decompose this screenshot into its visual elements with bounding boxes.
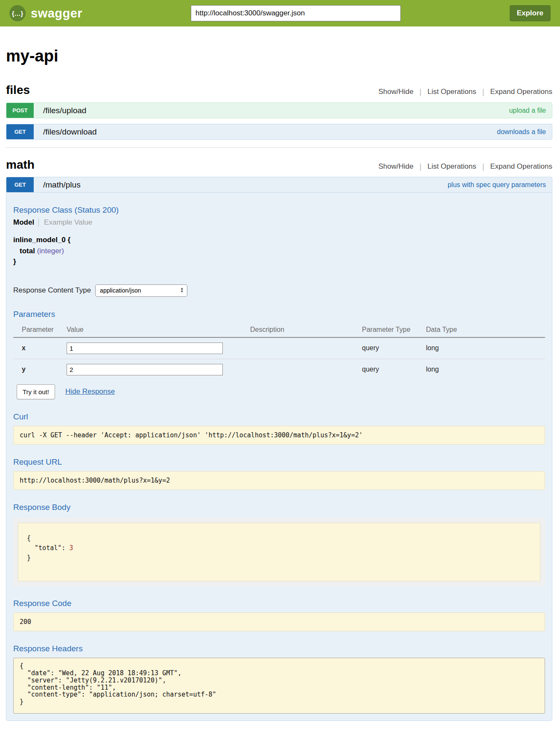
swagger-logo[interactable]: {…} swagger [9, 5, 82, 21]
param-description [250, 337, 362, 359]
show-hide-link[interactable]: Show/Hide [379, 88, 414, 96]
parameters-heading: Parameters [13, 310, 545, 319]
endpoint-row-get-math-plus[interactable]: GET /math/plus plus with spec query para… [6, 177, 552, 193]
page-title: my-api [6, 47, 552, 65]
section-controls-math: Show/Hide | List Operations | Expand Ope… [379, 162, 552, 171]
actions-row: Try it out! Hide Response [13, 384, 545, 399]
param-description [250, 359, 362, 380]
json-number-value: 3 [69, 544, 73, 552]
section-header-files: files Show/Hide | List Operations | Expa… [6, 83, 552, 97]
endpoint-summary-link[interactable]: upload a file [509, 107, 546, 114]
endpoint-row-post-files-upload[interactable]: POST /files/upload upload a file [6, 102, 552, 118]
model-signature: inline_model_0 { total (integer) } [13, 234, 545, 267]
select-arrows-icon: ▲▼ [180, 287, 184, 293]
controls-separator: | [482, 162, 484, 171]
response-content-type-row: Response Content Type application/json ▲… [13, 284, 545, 297]
model-property-type: (integer) [37, 247, 64, 255]
curl-command: curl -X GET --header 'Accept: applicatio… [13, 426, 545, 445]
list-operations-link[interactable]: List Operations [427, 162, 476, 171]
brand-title: swagger [31, 6, 82, 20]
endpoint-path-link[interactable]: /files/download [43, 127, 97, 137]
param-x-input[interactable] [67, 343, 223, 354]
section-title-files: files [6, 83, 30, 97]
response-body-json: { "total": 3 } [18, 523, 540, 582]
response-content-type-label: Response Content Type [13, 286, 91, 295]
operation-detail-panel: Response Class (Status 200) Model Exampl… [6, 193, 552, 721]
tab-example-value[interactable]: Example Value [38, 218, 92, 227]
col-value: Value [67, 323, 250, 337]
response-headers-json: { "date": "Wed, 22 Aug 2018 18:49:13 GMT… [13, 658, 545, 714]
tab-model[interactable]: Model [13, 218, 34, 227]
try-it-out-button[interactable]: Try it out! [17, 384, 55, 399]
param-name: x [13, 337, 67, 359]
response-code-value: 200 [13, 612, 545, 631]
endpoint-row-get-files-download[interactable]: GET /files/download downloads a file [6, 124, 552, 140]
expand-operations-link[interactable]: Expand Operations [490, 88, 552, 96]
param-name: y [13, 359, 67, 380]
model-open: inline_model_0 { [13, 234, 545, 246]
param-y-input[interactable] [67, 364, 223, 375]
col-data-type: Data Type [426, 323, 545, 337]
table-row-param-x: x query long [13, 337, 545, 359]
col-description: Description [250, 323, 362, 337]
controls-separator: | [420, 162, 422, 171]
param-type: query [362, 359, 426, 380]
request-url-heading: Request URL [13, 457, 545, 467]
expand-operations-link[interactable]: Expand Operations [490, 162, 552, 171]
method-badge-post: POST [6, 103, 34, 118]
col-parameter: Parameter [13, 323, 67, 337]
response-code-heading: Response Code [13, 599, 545, 608]
method-badge-get: GET [6, 124, 34, 139]
endpoint-summary-link[interactable]: plus with spec query parameters [448, 181, 546, 189]
section-controls-files: Show/Hide | List Operations | Expand Ope… [379, 88, 552, 97]
table-row-param-y: y query long [13, 359, 545, 380]
response-class-heading: Response Class (Status 200) [13, 205, 545, 215]
method-badge-get: GET [6, 177, 34, 192]
header-bar: {…} swagger Explore [0, 0, 560, 26]
select-value: application/json [100, 287, 141, 294]
list-operations-link[interactable]: List Operations [427, 88, 476, 96]
show-hide-link[interactable]: Show/Hide [379, 162, 414, 171]
section-header-math: math Show/Hide | List Operations | Expan… [6, 158, 552, 172]
model-close: } [13, 256, 545, 267]
hide-response-link[interactable]: Hide Response [65, 387, 115, 396]
endpoint-path-link[interactable]: /files/upload [43, 106, 86, 115]
request-url-value: http://localhost:3000/math/plus?x=1&y=2 [13, 471, 545, 490]
response-headers-heading: Response Headers [13, 644, 545, 653]
endpoint-path-link[interactable]: /math/plus [43, 180, 81, 190]
section-divider [6, 147, 552, 148]
param-data-type: long [426, 337, 545, 359]
parameters-header-row: Parameter Value Description Parameter Ty… [13, 323, 545, 337]
model-property: total (integer) [13, 246, 545, 257]
col-parameter-type: Parameter Type [362, 323, 426, 337]
spec-url-input[interactable] [191, 5, 401, 21]
model-property-name: total [20, 247, 35, 255]
response-body-container: { "total": 3 } [13, 518, 545, 586]
response-content-type-select[interactable]: application/json ▲▼ [95, 284, 187, 297]
controls-separator: | [482, 88, 484, 97]
explore-button[interactable]: Explore [510, 5, 551, 21]
param-data-type: long [426, 359, 545, 380]
parameters-table: Parameter Value Description Parameter Ty… [13, 323, 545, 380]
swagger-logo-icon: {…} [9, 5, 26, 21]
section-title-math: math [6, 158, 35, 172]
model-tabs: Model Example Value [13, 218, 545, 227]
response-body-heading: Response Body [13, 503, 545, 512]
param-type: query [362, 337, 426, 359]
curl-heading: Curl [13, 412, 545, 422]
endpoint-summary-link[interactable]: downloads a file [497, 128, 546, 136]
controls-separator: | [420, 88, 422, 97]
